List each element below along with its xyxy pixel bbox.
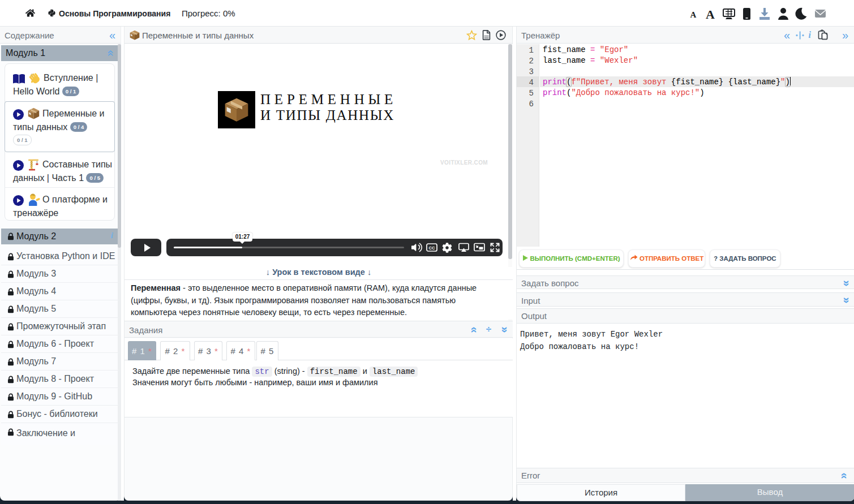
svg-text:CC: CC [429,245,435,251]
svg-text:A: A [706,7,715,21]
svg-text:A: A [690,10,697,19]
